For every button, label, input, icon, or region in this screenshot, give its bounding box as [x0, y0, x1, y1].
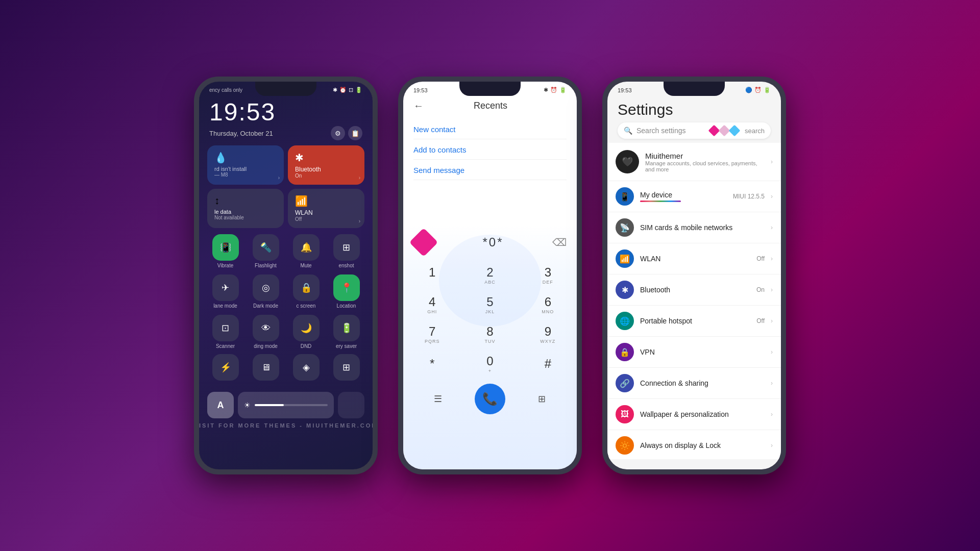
dial-delete-btn[interactable]: ⌫ [552, 236, 567, 248]
settings-item-wlan[interactable]: 📶 WLAN Off › [607, 243, 781, 274]
settings-item-connection[interactable]: 🔗 Connection & sharing › [607, 368, 781, 399]
aod-text: Always on display & Lock [640, 441, 765, 449]
bluetooth-value: On [756, 286, 765, 293]
qa-misc3[interactable]: ◈ [288, 354, 324, 381]
qa-scanner[interactable]: ⊡ Scanner [207, 315, 243, 349]
tile-bluetooth[interactable]: ✱ Bluetooth On › [288, 145, 364, 185]
phone2-status-bar: 19:53 ✱ ⏰ 🔋 [403, 82, 577, 96]
mydevice-chevron: › [771, 193, 773, 200]
bluetooth-chevron: › [771, 286, 773, 293]
dial-key-4[interactable]: 4 GHI [403, 290, 461, 319]
tile-data[interactable]: ↕ le data Not available [207, 189, 284, 228]
dial-key-1[interactable]: 1 [403, 260, 461, 290]
phone1-status-bar: ency calls only ✱ ⏰ ⊡ 🔋 [199, 82, 373, 96]
search-bar[interactable]: 🔍 Search settings search [618, 122, 771, 139]
dial-key-star[interactable]: * [403, 349, 461, 379]
dial-alpha-6: MNO [542, 309, 554, 314]
dial-key-5[interactable]: 5 JKL [461, 290, 519, 319]
qa-screenshot[interactable]: ⊞ enshot [328, 234, 364, 268]
hotspot-chevron: › [771, 317, 773, 324]
tiles-grid: 💧 rd isn't install — M8 › ✱ Bluetooth On… [199, 140, 373, 231]
dial-menu-btn[interactable]: ☰ [425, 386, 451, 412]
dial-key-2[interactable]: 2 ABC [461, 260, 519, 290]
dial-key-hash[interactable]: # [519, 349, 577, 379]
tile-mobile[interactable]: 💧 rd isn't install — M8 › [207, 145, 284, 185]
call-button[interactable]: 📞 [475, 384, 505, 414]
back-button[interactable]: ← [413, 100, 424, 112]
settings-item-aod[interactable]: 🔆 Always on display & Lock › [607, 430, 781, 459]
qa-airplane[interactable]: ✈ lane mode [207, 274, 243, 309]
profile-text: Miuithemer Manage accounts, cloud servic… [645, 152, 765, 172]
alarm-icon: ⏰ [339, 87, 347, 93]
qa-misc3-icon: ◈ [293, 354, 320, 381]
dial-key-8[interactable]: 8 TUV [461, 319, 519, 349]
qa-misc2[interactable]: 🖥 [248, 354, 284, 381]
search-icon: 🔍 [624, 127, 632, 135]
brand-diamond-pink [708, 125, 720, 137]
dial-num-5: 5 [486, 295, 493, 309]
qa-location[interactable]: 📍 Location [328, 274, 364, 309]
qa-reading[interactable]: 👁 ding mode [248, 315, 284, 349]
settings-item-mydevice[interactable]: 📱 My device MIUI 12.5.5 › [607, 181, 781, 212]
qa-vibrate[interactable]: 📳 Vibrate [207, 234, 243, 268]
settings-item-bluetooth[interactable]: ✱ Bluetooth On › [607, 274, 781, 306]
dial-keypad-btn[interactable]: ⊞ [529, 386, 555, 412]
qa-misc4-icon: ⊞ [333, 354, 360, 381]
dial-alpha-5: JKL [485, 309, 495, 314]
qa-misc1[interactable]: ⚡ [207, 354, 243, 381]
settings-item-vpn[interactable]: 🔒 VPN › [607, 337, 781, 368]
dial-key-3[interactable]: 3 DEF [519, 260, 577, 290]
dial-key-0[interactable]: 0 + [461, 349, 519, 379]
qa-screenshot-icon: ⊞ [333, 234, 360, 261]
tile-wlan[interactable]: 📶 WLAN Off › [288, 189, 364, 228]
phone3-status-bar: 19:53 🔵 ⏰ 🔋 [607, 82, 781, 96]
qa-battery[interactable]: 🔋 ery saver [328, 315, 364, 349]
qa-dnd-label: DND [301, 343, 312, 349]
settings-profile-item[interactable]: 🖤 Miuithemer Manage accounts, cloud serv… [607, 143, 781, 181]
dial-key-9[interactable]: 9 WXYZ [519, 319, 577, 349]
wlan-value: Off [756, 255, 765, 262]
search-button[interactable]: search [745, 127, 765, 135]
qa-lockscreen[interactable]: 🔒 c screen [288, 274, 324, 309]
edit-icon-btn[interactable]: 📋 [348, 126, 362, 140]
qa-flashlight[interactable]: 🔦 Flashlight [248, 234, 284, 268]
brand-diamond-light [719, 125, 730, 137]
font-btn[interactable]: A [207, 392, 234, 418]
brightness-icon: ☀ [244, 401, 251, 409]
qa-screenshot-label: enshot [338, 263, 354, 268]
phone1-date: Thursday, October 21 [209, 130, 273, 137]
watermark: VISIT FOR MORE THEMES - MIUITHEMER.COM [194, 422, 378, 429]
phone3-screen: 19:53 🔵 ⏰ 🔋 Settings 🔍 Search settings s… [607, 82, 781, 469]
phone3-status-icons: 🔵 ⏰ 🔋 [745, 87, 771, 93]
add-to-contacts-link[interactable]: Add to contacts [413, 140, 567, 160]
qa-dnd[interactable]: 🌙 DND [288, 315, 324, 349]
dial-key-6[interactable]: 6 MNO [519, 290, 577, 319]
extra-btn[interactable] [338, 392, 364, 418]
tile-mobile-arrow: › [278, 175, 280, 181]
brightness-slider[interactable]: ☀ [238, 392, 334, 418]
qa-misc4[interactable]: ⊞ [328, 354, 364, 381]
settings-item-wallpaper[interactable]: 🖼 Wallpaper & personalization › [607, 399, 781, 430]
search-input[interactable]: Search settings [636, 127, 706, 135]
screenshot-icon: ⊡ [349, 87, 353, 93]
qa-darkmode[interactable]: ◎ Dark mode [248, 274, 284, 309]
tile-data-label: le data [214, 209, 277, 215]
wallpaper-icon: 🖼 [616, 405, 634, 423]
dial-key-7[interactable]: 7 PQRS [403, 319, 461, 349]
settings-item-hotspot[interactable]: 🌐 Portable hotspot Off › [607, 306, 781, 337]
quick-actions-row2: ✈ lane mode ◎ Dark mode 🔒 c screen 📍 Loc… [199, 271, 373, 312]
settings-item-sim[interactable]: 📡 SIM cards & mobile networks › [607, 212, 781, 243]
settings-icon-btn[interactable]: ⚙ [331, 126, 345, 140]
qa-darkmode-icon: ◎ [253, 274, 279, 301]
settings-header: Settings 🔍 Search settings search [607, 96, 781, 143]
send-message-link[interactable]: Send message [413, 161, 567, 180]
bluetooth-settings-icon: ✱ [616, 281, 634, 299]
tile-wlan-arrow: › [359, 218, 360, 224]
bluetooth-text: Bluetooth [640, 286, 750, 294]
new-contact-link[interactable]: New contact [413, 120, 567, 139]
phone3: 19:53 🔵 ⏰ 🔋 Settings 🔍 Search settings s… [602, 77, 786, 474]
dial-num-9: 9 [545, 324, 551, 339]
dial-number: *0* [434, 235, 552, 249]
qa-mute[interactable]: 🔔 Mute [288, 234, 324, 268]
dial-num-hash: # [545, 357, 551, 371]
